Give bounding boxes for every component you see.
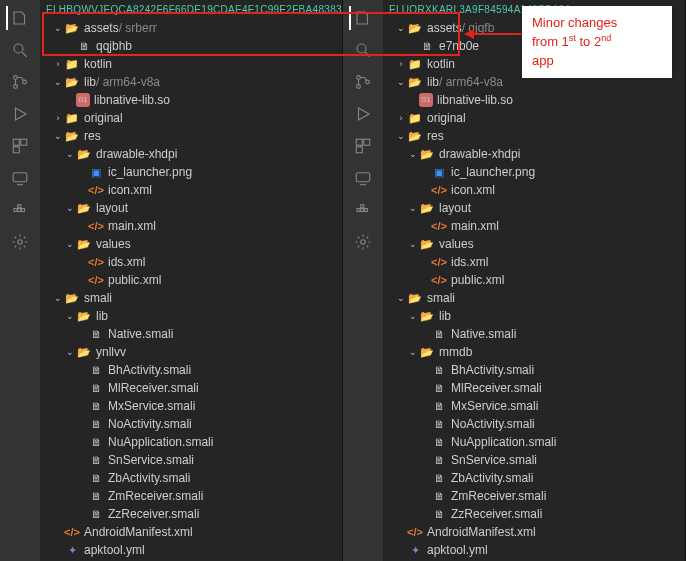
extensions-icon[interactable] (8, 134, 32, 158)
search-icon[interactable] (8, 38, 32, 62)
file-row-mxservicesmali[interactable]: ·🗎MxService.smali (40, 397, 342, 415)
file-xml: </> (88, 218, 104, 234)
file-xml: </> (64, 524, 80, 540)
file-xml: </> (88, 272, 104, 288)
file-row-noactivitysmali[interactable]: ·🗎NoActivity.smali (383, 415, 685, 433)
item-label: ZmReceiver.smali (451, 487, 546, 505)
source-control-icon[interactable] (351, 70, 375, 94)
file-row-libnativelibso[interactable]: ·01libnative-lib.so (383, 91, 685, 109)
folder-row-ynllvv[interactable]: ⌄📂ynllvv (40, 343, 342, 361)
source-control-icon[interactable] (8, 70, 32, 94)
file-row-nuapplicationsmali[interactable]: ·🗎NuApplication.smali (40, 433, 342, 451)
folder-open-icon: 📂 (64, 290, 80, 306)
file-row-snservicesmali[interactable]: ·🗎SnService.smali (40, 451, 342, 469)
file-row-nativesmali[interactable]: ·🗎Native.smali (383, 325, 685, 343)
file-xml: </> (431, 272, 447, 288)
folder-row-lib[interactable]: ⌄📂lib (383, 307, 685, 325)
svg-rect-12 (18, 209, 21, 212)
folder-row-original[interactable]: ›📁original (40, 109, 342, 127)
chevron-down-icon: ⌄ (52, 19, 64, 37)
file-row-mainxml[interactable]: ·</>main.xml (40, 217, 342, 235)
file-row-nativesmali[interactable]: ·🗎Native.smali (40, 325, 342, 343)
settings-icon[interactable] (8, 230, 32, 254)
folder-row-smali[interactable]: ⌄📂smali (383, 289, 685, 307)
folder-row-mmdb[interactable]: ⌄📂mmdb (383, 343, 685, 361)
extensions-icon[interactable] (351, 134, 375, 158)
run-icon[interactable] (351, 102, 375, 126)
folder-row-layout[interactable]: ⌄📂layout (383, 199, 685, 217)
file-row-iclauncherpng[interactable]: ·▣ic_launcher.png (383, 163, 685, 181)
explorer-left: ELHBQWVJEQCA8242F6F66DE19CDAE4F1C99E2FBA… (40, 0, 342, 561)
file-row-zmreceiversmali[interactable]: ·🗎ZmReceiver.smali (383, 487, 685, 505)
item-label: ZzReceiver.smali (108, 505, 199, 523)
file-row-qqjbhb[interactable]: ·🗎qqjbhb (40, 37, 342, 55)
folder-row-smali[interactable]: ⌄📂smali (40, 289, 342, 307)
file-row-mlreceiversmali[interactable]: ·🗎MlReceiver.smali (40, 379, 342, 397)
folder-row-kotlin[interactable]: ›📁kotlin (40, 55, 342, 73)
file-row-apktoolyml[interactable]: ·✦apktool.yml (40, 541, 342, 559)
file-row-androidmanifestxml[interactable]: ·</>AndroidManifest.xml (383, 523, 685, 541)
settings-icon[interactable] (351, 230, 375, 254)
file-row-iconxml[interactable]: ·</>icon.xml (40, 181, 342, 199)
file-row-nuapplicationsmali[interactable]: ·🗎NuApplication.smali (383, 433, 685, 451)
folder-row-values[interactable]: ⌄📂values (383, 235, 685, 253)
file-row-iclauncherpng[interactable]: ·▣ic_launcher.png (40, 163, 342, 181)
file-row-libnativelibso[interactable]: ·01libnative-lib.so (40, 91, 342, 109)
folder-row-lib[interactable]: ⌄📂lib / arm64-v8a (40, 73, 342, 91)
svg-rect-9 (13, 173, 27, 182)
explorer-right: ELUORXKARL3A9F84594A140BD18A ⌄📂assets / … (383, 0, 685, 561)
folder-row-values[interactable]: ⌄📂values (40, 235, 342, 253)
folder-row-res[interactable]: ⌄📂res (383, 127, 685, 145)
file-row-idsxml[interactable]: ·</>ids.xml (40, 253, 342, 271)
file-row-zzreceiversmali[interactable]: ·🗎ZzReceiver.smali (383, 505, 685, 523)
file-row-snservicesmali[interactable]: ·🗎SnService.smali (383, 451, 685, 469)
root-label-left[interactable]: ELHBQWVJEQCA8242F6F66DE19CDAE4F1C99E2FBA… (40, 2, 342, 17)
file-row-apktoolyml[interactable]: ·✦apktool.yml (383, 541, 685, 559)
item-label: MxService.smali (108, 397, 195, 415)
file-row-iconxml[interactable]: ·</>icon.xml (383, 181, 685, 199)
activity-bar-right (343, 0, 383, 561)
file-row-mxservicesmali[interactable]: ·🗎MxService.smali (383, 397, 685, 415)
folder-closed-icon: 📁 (407, 56, 423, 72)
docker-icon[interactable] (8, 198, 32, 222)
file-generic: 🗎 (88, 416, 104, 432)
svg-rect-14 (18, 205, 21, 208)
file-row-idsxml[interactable]: ·</>ids.xml (383, 253, 685, 271)
file-row-publicxml[interactable]: ·</>public.xml (40, 271, 342, 289)
file-row-mainxml[interactable]: ·</>main.xml (383, 217, 685, 235)
svg-point-16 (357, 44, 366, 53)
folder-row-layout[interactable]: ⌄📂layout (40, 199, 342, 217)
file-row-zbactivitysmali[interactable]: ·🗎ZbActivity.smali (383, 469, 685, 487)
folder-row-drawablexhdpi[interactable]: ⌄📂drawable-xhdpi (383, 145, 685, 163)
file-generic: 🗎 (431, 380, 447, 396)
docker-icon[interactable] (351, 198, 375, 222)
folder-row-drawablexhdpi[interactable]: ⌄📂drawable-xhdpi (40, 145, 342, 163)
file-row-androidmanifestxml[interactable]: ·</>AndroidManifest.xml (40, 523, 342, 541)
file-generic: 🗎 (88, 452, 104, 468)
file-row-bhactivitysmali[interactable]: ·🗎BhActivity.smali (40, 361, 342, 379)
files-icon[interactable] (349, 6, 373, 30)
file-row-mlreceiversmali[interactable]: ·🗎MlReceiver.smali (383, 379, 685, 397)
folder-open-icon: 📂 (407, 74, 423, 90)
chevron-down-icon: ⌄ (407, 199, 419, 217)
run-icon[interactable] (8, 102, 32, 126)
remote-icon[interactable] (351, 166, 375, 190)
svg-rect-25 (356, 173, 370, 182)
file-row-bhactivitysmali[interactable]: ·🗎BhActivity.smali (383, 361, 685, 379)
file-row-publicxml[interactable]: ·</>public.xml (383, 271, 685, 289)
file-row-noactivitysmali[interactable]: ·🗎NoActivity.smali (40, 415, 342, 433)
folder-closed-icon: 📁 (407, 110, 423, 126)
remote-icon[interactable] (8, 166, 32, 190)
folder-row-original[interactable]: ›📁original (383, 109, 685, 127)
folder-open-icon: 📂 (419, 146, 435, 162)
item-label: apktool.yml (84, 541, 145, 559)
folder-row-lib[interactable]: ⌄📂lib (40, 307, 342, 325)
search-icon[interactable] (351, 38, 375, 62)
folder-row-assets[interactable]: ⌄📂assets / srberr (40, 19, 342, 37)
file-row-zbactivitysmali[interactable]: ·🗎ZbActivity.smali (40, 469, 342, 487)
files-icon[interactable] (6, 6, 30, 30)
folder-row-res[interactable]: ⌄📂res (40, 127, 342, 145)
file-row-zzreceiversmali[interactable]: ·🗎ZzReceiver.smali (40, 505, 342, 523)
folder-closed-icon: 📁 (64, 110, 80, 126)
file-row-zmreceiversmali[interactable]: ·🗎ZmReceiver.smali (40, 487, 342, 505)
